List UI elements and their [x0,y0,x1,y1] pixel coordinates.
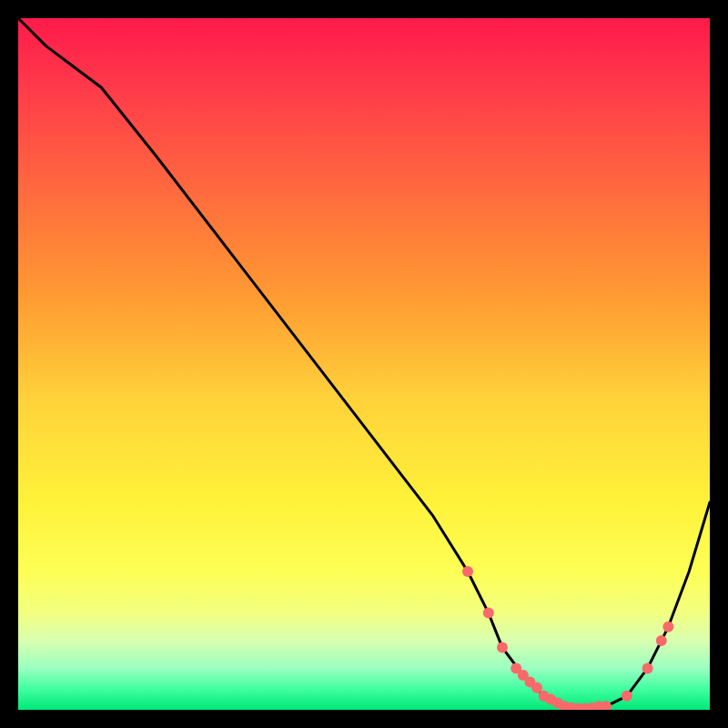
marker-dot [483,608,494,619]
marker-dot [497,642,508,653]
marker-dot [662,622,673,632]
marker-dot [462,566,473,577]
marker-dot [642,662,653,673]
chart-frame: TheBottleneck.com [18,18,710,710]
chart-svg [18,18,710,710]
marker-dot [622,691,632,702]
gradient-background [18,18,710,710]
marker-dot [656,635,667,646]
